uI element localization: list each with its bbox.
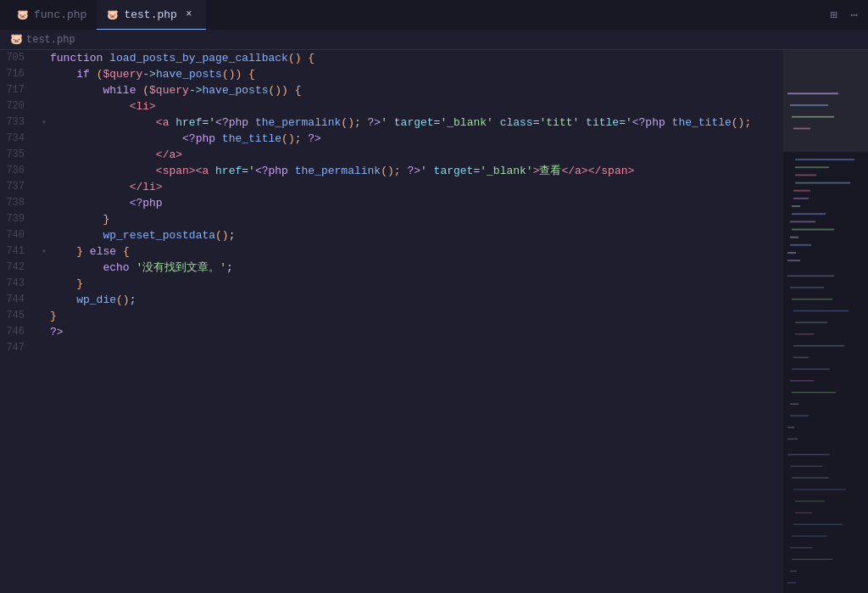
table-row: 743 }	[0, 276, 783, 292]
fold-icon[interactable]: ▾	[38, 243, 50, 260]
line-number: 734	[0, 131, 38, 147]
line-number: 747	[0, 340, 38, 356]
svg-rect-14	[792, 229, 834, 231]
table-row: 738 <?php	[0, 195, 783, 211]
svg-rect-28	[790, 380, 814, 381]
breadcrumb-text: test.php	[26, 34, 75, 46]
func-php-icon: 🐷	[17, 9, 29, 20]
title-bar: 🐷 func.php 🐷 test.php × ⊞ ⋯	[0, 0, 868, 30]
line-number: 740	[0, 227, 38, 243]
svg-rect-6	[795, 166, 829, 168]
line-number: 744	[0, 292, 38, 308]
table-row: 742 echo '没有找到文章。';	[0, 260, 783, 276]
table-row: 741 ▾ } else {	[0, 243, 783, 260]
line-content: if ($query->have_posts()) {	[50, 66, 783, 82]
line-content: echo '没有找到文章。';	[50, 260, 783, 276]
line-content: } else {	[50, 243, 783, 260]
svg-rect-7	[795, 174, 816, 176]
tab-test-php-label: test.php	[124, 8, 176, 21]
code-lines[interactable]: 705 function load_posts_by_page_callback…	[0, 50, 783, 593]
svg-rect-40	[793, 524, 843, 525]
line-number: 746	[0, 324, 38, 340]
svg-rect-5	[795, 159, 854, 160]
svg-rect-25	[793, 345, 844, 346]
svg-rect-8	[795, 182, 850, 184]
tab-func-php-label: func.php	[34, 8, 86, 21]
line-number: 738	[0, 195, 38, 211]
svg-rect-23	[795, 322, 827, 322]
line-content: <a href='<?php the_permalink(); ?>' targ…	[50, 115, 783, 131]
editor-container: 705 function load_posts_by_page_callback…	[0, 50, 868, 593]
table-row: 716 if ($query->have_posts()) {	[0, 66, 783, 82]
line-number: 741	[0, 243, 38, 260]
svg-rect-34	[787, 454, 830, 455]
svg-rect-18	[787, 260, 800, 261]
line-number: 743	[0, 276, 38, 292]
line-content: wp_die();	[50, 292, 783, 308]
table-row: 746 ?>	[0, 324, 783, 340]
line-content: </li>	[50, 179, 783, 195]
line-number: 735	[0, 147, 38, 163]
svg-rect-13	[790, 221, 815, 222]
line-number: 737	[0, 179, 38, 195]
minimap-viewport	[783, 50, 868, 152]
line-content: }	[50, 276, 783, 292]
line-content: }	[50, 211, 783, 227]
line-content	[50, 340, 783, 356]
line-number: 705	[0, 50, 38, 66]
svg-rect-26	[793, 357, 809, 358]
svg-rect-44	[790, 570, 797, 571]
minimap[interactable]	[783, 50, 868, 593]
table-row: 740 wp_reset_postdata();	[0, 227, 783, 243]
line-number: 745	[0, 308, 38, 324]
line-number: 716	[0, 66, 38, 82]
breadcrumb: 🐷 test.php	[0, 30, 868, 50]
svg-rect-42	[790, 547, 812, 548]
line-number: 742	[0, 260, 38, 276]
svg-rect-38	[795, 501, 825, 501]
fold-icon[interactable]: ▾	[38, 115, 50, 131]
svg-rect-27	[792, 368, 830, 369]
line-content: while ($query->have_posts()) {	[50, 82, 783, 98]
line-number: 739	[0, 211, 38, 227]
code-editor[interactable]: 705 function load_posts_by_page_callback…	[0, 50, 783, 593]
tab-func-php[interactable]: 🐷 func.php	[7, 0, 97, 30]
line-content: <li>	[50, 98, 783, 115]
svg-rect-45	[787, 582, 796, 583]
line-content: <?php	[50, 195, 783, 211]
svg-rect-19	[787, 276, 834, 277]
svg-rect-31	[790, 415, 809, 416]
line-content: wp_reset_postdata();	[50, 227, 783, 243]
breadcrumb-icon: 🐷	[10, 33, 23, 46]
table-row: 744 wp_die();	[0, 292, 783, 308]
svg-rect-21	[792, 299, 832, 299]
tab-test-php[interactable]: 🐷 test.php ×	[97, 0, 205, 30]
table-row: 734 <?php the_title(); ?>	[0, 131, 783, 147]
table-row: 745 }	[0, 308, 783, 324]
table-row: 717 while ($query->have_posts()) {	[0, 82, 783, 98]
svg-rect-17	[787, 252, 796, 254]
table-row: 736 <span><a href='<?php the_permalink()…	[0, 163, 783, 179]
table-row: 705 function load_posts_by_page_callback…	[0, 50, 783, 66]
tab-bar: 🐷 func.php 🐷 test.php ×	[7, 0, 206, 30]
test-php-icon: 🐷	[107, 9, 119, 20]
svg-rect-12	[792, 213, 826, 215]
svg-rect-15	[790, 237, 798, 238]
line-content: }	[50, 308, 783, 324]
more-actions-icon[interactable]: ⋯	[848, 4, 861, 25]
svg-rect-36	[792, 478, 829, 478]
svg-rect-11	[792, 205, 800, 207]
table-row: 735 </a>	[0, 147, 783, 163]
svg-rect-43	[792, 559, 832, 560]
svg-rect-9	[793, 190, 810, 192]
title-bar-actions: ⊞ ⋯	[826, 4, 861, 25]
tab-close-icon[interactable]: ×	[182, 8, 196, 21]
svg-rect-35	[790, 466, 822, 467]
svg-rect-24	[795, 333, 814, 334]
line-number: 733	[0, 115, 38, 131]
line-content: </a>	[50, 147, 783, 163]
svg-rect-20	[790, 287, 824, 288]
svg-rect-32	[787, 427, 794, 428]
split-editor-icon[interactable]: ⊞	[826, 4, 840, 25]
svg-rect-22	[793, 310, 849, 311]
